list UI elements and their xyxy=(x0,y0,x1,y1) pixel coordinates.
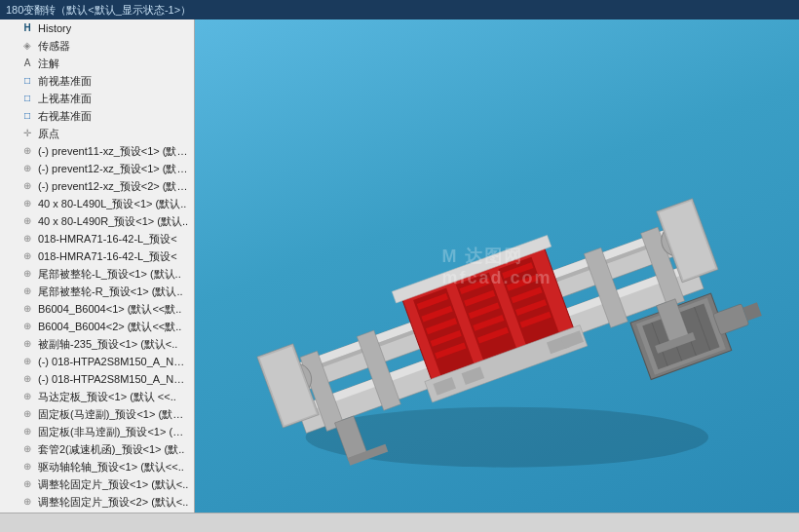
tree-icon-part18: ⊕ xyxy=(19,441,35,457)
tree-label-part1: (-) prevent11-xz_预设<1> (默认.. xyxy=(38,143,190,159)
title-text: 180变翻转（默认<默认_显示状态-1>） xyxy=(6,3,191,18)
tree-icon-part12: ⊕ xyxy=(19,336,35,352)
tree-item-part9[interactable]: ⊕尾部被整轮-R_预设<1> (默认.. xyxy=(0,283,194,300)
tree-item-part18[interactable]: ⊕套管2(减速机函)_预设<1> (默.. xyxy=(0,440,194,458)
tree-icon-part6: ⊕ xyxy=(19,231,35,247)
tree-label-part13: (-) 018-HTPA2S8M150_A_N17.. xyxy=(38,354,190,369)
tree-icon-part7: ⊕ xyxy=(19,248,35,264)
tree-icon-part5: ⊕ xyxy=(19,213,35,229)
tree-label-part20: 调整轮固定片_预设<1> (默认<.. xyxy=(38,476,188,492)
tree-label-part18: 套管2(减速机函)_预设<1> (默.. xyxy=(38,441,184,457)
tree-label-right-plane: 右视基准面 xyxy=(38,108,92,124)
tree-item-part14[interactable]: ⊕(-) 018-HTPA2S8M150_A_N17.. xyxy=(0,370,194,388)
tree-item-part16[interactable]: ⊕固定板(马逹副)_预设<1> (默认 <.. xyxy=(0,405,194,423)
feature-tree[interactable]: HHistory◈传感器A注解□前视基准面□上视基准面□右视基准面✛原点⊕(-)… xyxy=(0,19,194,513)
tree-icon-part1: ⊕ xyxy=(19,143,35,159)
left-panel: HHistory◈传感器A注解□前视基准面□上视基准面□右视基准面✛原点⊕(-)… xyxy=(0,19,195,513)
tree-item-part12[interactable]: ⊕被副轴-235_预设<1> (默认<.. xyxy=(0,335,194,353)
status-bar xyxy=(0,513,799,532)
tree-label-origin: 原点 xyxy=(38,126,59,141)
tree-icon-part8: ⊕ xyxy=(19,266,35,282)
tree-item-part19[interactable]: ⊕驱动轴轮轴_预设<1> (默认<<.. xyxy=(0,458,194,475)
tree-label-part8: 尾部被整轮-L_预设<1> (默认.. xyxy=(38,266,181,282)
tree-label-sensor: 传感器 xyxy=(38,38,70,54)
tree-label-part9: 尾部被整轮-R_预设<1> (默认.. xyxy=(38,284,183,299)
tree-label-part10: B6004_B6004<1> (默认<<默.. xyxy=(38,301,181,317)
tree-item-part6[interactable]: ⊕018-HMRA71-16-42-L_预设< xyxy=(0,230,194,247)
tree-icon-part19: ⊕ xyxy=(19,459,35,475)
tree-item-part20[interactable]: ⊕调整轮固定片_预设<1> (默认<.. xyxy=(0,475,194,493)
tree-item-top-plane[interactable]: □上视基准面 xyxy=(0,90,194,107)
tree-label-history: History xyxy=(38,20,71,36)
tree-icon-part14: ⊕ xyxy=(19,371,35,387)
tree-item-part8[interactable]: ⊕尾部被整轮-L_预设<1> (默认.. xyxy=(0,265,194,283)
tree-label-part5: 40 x 80-L490R_预设<1> (默认.. xyxy=(38,213,188,229)
tree-item-part4[interactable]: ⊕40 x 80-L490L_预设<1> (默认.. xyxy=(0,195,194,212)
tree-icon-part11: ⊕ xyxy=(19,319,35,334)
tree-item-sensor[interactable]: ◈传感器 xyxy=(0,37,194,55)
tree-label-top-plane: 上视基准面 xyxy=(38,91,92,106)
tree-label-note: 注解 xyxy=(38,56,59,71)
tree-icon-part15: ⊕ xyxy=(19,389,35,404)
title-bar: 180变翻转（默认<默认_显示状态-1>） xyxy=(0,0,799,19)
tree-label-part2: (-) prevent12-xz_预设<1> (默认.. xyxy=(38,161,190,176)
tree-item-part7[interactable]: ⊕018-HMRA71-16-42-L_预设< xyxy=(0,247,194,265)
tree-item-part1[interactable]: ⊕(-) prevent11-xz_预设<1> (默认.. xyxy=(0,142,194,160)
tree-item-part17[interactable]: ⊕固定板(非马逹副)_预设<1> (默认.. xyxy=(0,423,194,440)
tree-icon-part21: ⊕ xyxy=(19,494,35,510)
tree-icon-part10: ⊕ xyxy=(19,301,35,317)
tree-icon-part13: ⊕ xyxy=(19,354,35,369)
tree-icon-front-plane: □ xyxy=(19,73,35,89)
tree-icon-origin: ✛ xyxy=(19,126,35,141)
tree-label-part4: 40 x 80-L490L_预设<1> (默认.. xyxy=(38,196,186,211)
tree-label-part17: 固定板(非马逹副)_预设<1> (默认.. xyxy=(38,424,190,439)
tree-item-part3[interactable]: ⊕(-) prevent12-xz_预设<2> (默认.. xyxy=(0,177,194,195)
tree-item-part11[interactable]: ⊕B6004_B6004<2> (默认<<默.. xyxy=(0,318,194,335)
tree-label-part6: 018-HMRA71-16-42-L_预设< xyxy=(38,231,177,247)
tree-label-part15: 马达定板_预设<1> (默认 <<.. xyxy=(38,389,176,404)
tree-item-history[interactable]: HHistory xyxy=(0,19,194,37)
tree-item-part2[interactable]: ⊕(-) prevent12-xz_预设<1> (默认.. xyxy=(0,160,194,177)
viewport[interactable]: M 达图网mfcad.com xyxy=(195,19,799,513)
tree-icon-top-plane: □ xyxy=(19,91,35,106)
tree-icon-part2: ⊕ xyxy=(19,161,35,176)
tree-item-right-plane[interactable]: □右视基准面 xyxy=(0,107,194,125)
tree-item-origin[interactable]: ✛原点 xyxy=(0,125,194,142)
tree-item-front-plane[interactable]: □前视基准面 xyxy=(0,72,194,90)
tree-icon-note: A xyxy=(19,56,35,71)
tree-item-part15[interactable]: ⊕马达定板_预设<1> (默认 <<.. xyxy=(0,388,194,405)
tree-label-part21: 调整轮固定片_预设<2> (默认<.. xyxy=(38,494,188,510)
tree-label-front-plane: 前视基准面 xyxy=(38,73,92,89)
main-layout: HHistory◈传感器A注解□前视基准面□上视基准面□右视基准面✛原点⊕(-)… xyxy=(0,19,799,513)
tree-icon-part9: ⊕ xyxy=(19,284,35,299)
tree-icon-part16: ⊕ xyxy=(19,406,35,422)
tree-label-part16: 固定板(马逹副)_预设<1> (默认 <.. xyxy=(38,406,190,422)
tree-icon-history: H xyxy=(19,20,35,36)
tree-item-part13[interactable]: ⊕(-) 018-HTPA2S8M150_A_N17.. xyxy=(0,353,194,370)
tree-item-part10[interactable]: ⊕B6004_B6004<1> (默认<<默.. xyxy=(0,300,194,318)
tree-icon-part17: ⊕ xyxy=(19,424,35,439)
tree-item-note[interactable]: A注解 xyxy=(0,55,194,72)
model-svg xyxy=(195,19,799,513)
tree-label-part7: 018-HMRA71-16-42-L_预设< xyxy=(38,248,177,264)
tree-icon-part3: ⊕ xyxy=(19,178,35,194)
tree-icon-right-plane: □ xyxy=(19,108,35,124)
tree-label-part14: (-) 018-HTPA2S8M150_A_N17.. xyxy=(38,371,190,387)
tree-icon-sensor: ◈ xyxy=(19,38,35,54)
tree-item-part5[interactable]: ⊕40 x 80-L490R_预设<1> (默认.. xyxy=(0,212,194,230)
tree-icon-part20: ⊕ xyxy=(19,476,35,492)
tree-label-part19: 驱动轴轮轴_预设<1> (默认<<.. xyxy=(38,459,184,475)
tree-item-part21[interactable]: ⊕调整轮固定片_预设<2> (默认<.. xyxy=(0,493,194,511)
tree-label-part12: 被副轴-235_预设<1> (默认<.. xyxy=(38,336,177,352)
tree-label-part11: B6004_B6004<2> (默认<<默.. xyxy=(38,319,181,334)
tree-label-part3: (-) prevent12-xz_预设<2> (默认.. xyxy=(38,178,190,194)
tree-icon-part4: ⊕ xyxy=(19,196,35,211)
